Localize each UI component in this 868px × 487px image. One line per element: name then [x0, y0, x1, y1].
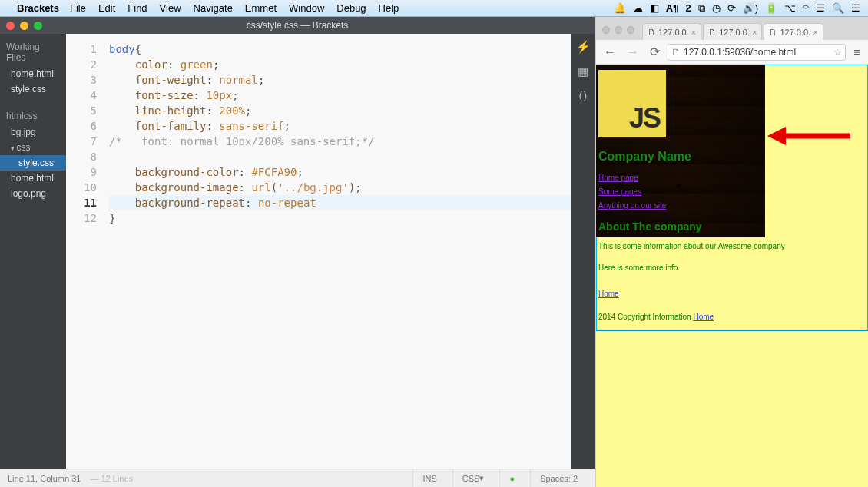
nav-link[interactable]: Some pages — [598, 185, 866, 199]
about-para-1: This is some information about our Aweso… — [598, 239, 866, 254]
page-icon: 🗋 — [708, 28, 717, 37]
reload-button[interactable]: ⟳ — [647, 43, 663, 61]
wifi-icon[interactable]: ⌔ — [803, 2, 809, 14]
menu-help[interactable]: Help — [379, 2, 399, 14]
nav-link[interactable]: Anything on our site — [598, 199, 866, 213]
menu-window[interactable]: Window — [289, 2, 324, 14]
menu-edit[interactable]: Edit — [98, 2, 115, 14]
menu-app-name[interactable]: Brackets — [17, 2, 59, 14]
code-icon[interactable]: ⟨⟩ — [578, 89, 588, 103]
file-item[interactable]: logo.png — [0, 186, 66, 201]
copyright: 2014 Copyright Information Home — [598, 310, 866, 325]
list-icon[interactable]: ☰ — [851, 2, 860, 14]
browser-tab[interactable]: 🗋127.0.0.× — [642, 23, 701, 40]
nav-links: Home pageSome pagesAnything on our site — [598, 171, 866, 213]
menu-view[interactable]: View — [160, 2, 181, 14]
code-editor[interactable]: 123456789101112 body{ color: green; font… — [66, 34, 571, 469]
zoom-button[interactable] — [627, 26, 634, 34]
chrome-window: 🗋127.0.0.×🗋127.0.0.×🗋127.0.0.× ← → ⟳ 🗋 1… — [595, 17, 868, 487]
chrome-menu-icon[interactable]: ≡ — [850, 44, 863, 60]
alt-icon[interactable]: ☰ — [816, 2, 825, 14]
menu-file[interactable]: File — [70, 2, 86, 14]
close-tab-icon[interactable]: × — [813, 28, 817, 37]
sync-icon[interactable]: ⟳ — [727, 2, 736, 14]
indent-mode[interactable]: Spaces: 2 — [530, 469, 587, 487]
project-header[interactable]: htmlcss — [0, 108, 66, 124]
notif-icon[interactable]: 🔔 — [614, 2, 626, 14]
brackets-titlebar: css/style.css — Brackets — [0, 17, 595, 34]
num-icon[interactable]: 2 — [685, 2, 691, 14]
adobe-icon[interactable]: A¶ — [666, 2, 679, 14]
close-tab-icon[interactable]: × — [752, 28, 757, 37]
ins-mode[interactable]: INS — [412, 469, 446, 487]
code-area[interactable]: body{ color: green; font-weight: normal;… — [104, 34, 571, 469]
close-button[interactable] — [6, 22, 15, 30]
cloud-icon[interactable]: ☁︎ — [633, 2, 643, 14]
app-icon[interactable]: ◧ — [650, 2, 659, 14]
menu-emmet[interactable]: Emmet — [245, 2, 277, 14]
working-file[interactable]: home.html — [0, 66, 66, 81]
zoom-button[interactable] — [34, 22, 42, 30]
page-icon: 🗋 — [648, 28, 656, 37]
company-heading: Company Name — [598, 150, 866, 164]
about-heading: About The company — [598, 220, 866, 233]
vol-icon[interactable]: 🔊) — [743, 2, 758, 14]
lint-status[interactable]: ● — [499, 469, 524, 487]
minimize-button[interactable] — [20, 22, 28, 30]
nav-link[interactable]: Home page — [598, 171, 866, 185]
address-bar[interactable]: 🗋 127.0.0.1:59036/home.html ☆ — [668, 44, 846, 61]
traffic-lights — [6, 22, 42, 30]
about-para-2: Here is some more info. — [598, 260, 866, 276]
forward-button[interactable]: → — [624, 44, 642, 61]
chrome-tabstrip: 🗋127.0.0.×🗋127.0.0.×🗋127.0.0.× — [596, 17, 868, 40]
search-icon[interactable]: 🔍 — [832, 2, 844, 14]
working-file[interactable]: style.css — [0, 81, 66, 97]
brackets-sidebar: Working Files home.htmlstyle.css htmlcss… — [0, 34, 66, 469]
chrome-toolbar: ← → ⟳ 🗋 127.0.0.1:59036/home.html ☆ ≡ — [596, 40, 868, 65]
page-icon: 🗋 — [769, 28, 777, 37]
extension-icon[interactable]: ▦ — [578, 65, 588, 78]
total-lines: — 12 Lines — [90, 474, 133, 483]
footer-home-link[interactable]: Home — [598, 287, 619, 302]
copyright-home-link[interactable]: Home — [693, 313, 714, 321]
menu-find[interactable]: Find — [128, 2, 147, 14]
page-viewport: JS Company Name Home pageSome pagesAnyth… — [596, 65, 868, 487]
browser-tab[interactable]: 🗋127.0.0.× — [764, 23, 823, 40]
file-item[interactable]: style.css — [0, 155, 66, 171]
url-text: 127.0.0.1:59036/home.html — [684, 47, 796, 58]
window-title: css/style.css — Brackets — [247, 20, 349, 31]
browser-tab[interactable]: 🗋127.0.0.× — [703, 23, 762, 40]
mac-menubar: Brackets FileEditFindViewNavigateEmmetWi… — [0, 0, 868, 17]
working-files-header: Working Files — [0, 38, 66, 66]
battery-icon[interactable]: 🔋 — [765, 2, 777, 14]
file-item[interactable]: home.html — [0, 171, 66, 186]
live-preview-icon[interactable]: ⚡ — [576, 40, 591, 54]
menu-debug[interactable]: Debug — [336, 2, 366, 14]
page-icon: 🗋 — [671, 47, 681, 58]
minimize-button[interactable] — [615, 26, 622, 34]
clock-icon[interactable]: ◷ — [712, 2, 721, 14]
cursor-position: Line 11, Column 31 — [8, 474, 81, 483]
logo: JS — [598, 70, 666, 137]
folder-item[interactable]: css — [0, 140, 66, 155]
gutter: 123456789101112 — [66, 34, 104, 469]
mac-status-icons: 🔔 ☁︎ ◧ A¶ 2 ⧉ ◷ ⟳ 🔊) 🔋 ⌥ ⌔ ☰ 🔍 ☰ — [614, 2, 860, 15]
brackets-right-toolbar: ⚡ ▦ ⟨⟩ — [571, 34, 595, 469]
dropbox-icon[interactable]: ⧉ — [698, 2, 705, 15]
close-button[interactable] — [602, 26, 610, 34]
brackets-window: css/style.css — Brackets Working Files h… — [0, 17, 595, 487]
lang-mode[interactable]: CSS ▾ — [452, 469, 494, 487]
bookmark-icon[interactable]: ☆ — [833, 47, 842, 58]
menu-navigate[interactable]: Navigate — [194, 2, 233, 14]
close-tab-icon[interactable]: × — [691, 28, 696, 37]
back-button[interactable]: ← — [601, 44, 619, 61]
bt-icon[interactable]: ⌥ — [784, 2, 796, 14]
file-item[interactable]: bg.jpg — [0, 124, 66, 140]
statusbar: Line 11, Column 31 — 12 Lines INS CSS ▾ … — [0, 469, 595, 487]
chrome-window-controls — [602, 26, 634, 34]
